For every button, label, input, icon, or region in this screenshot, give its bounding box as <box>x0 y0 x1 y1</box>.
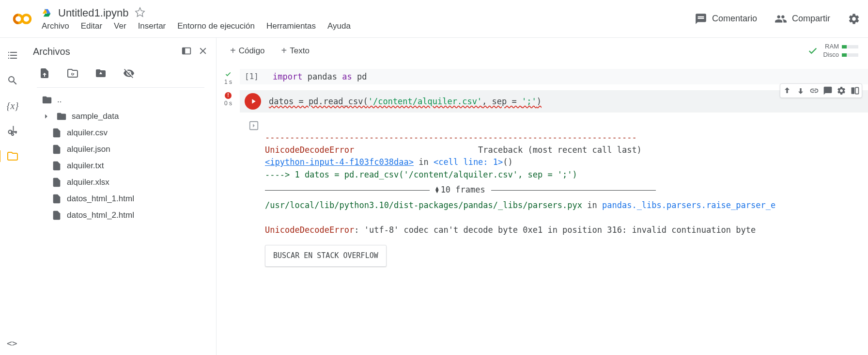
star-icon[interactable] <box>135 7 145 19</box>
menu-ayuda[interactable]: Ayuda <box>327 21 351 31</box>
drive-icon <box>42 8 52 18</box>
menu-editar[interactable]: Editar <box>81 21 102 31</box>
exec-time: 0 s <box>224 100 232 107</box>
run-cell-button[interactable] <box>245 93 261 110</box>
refresh-icon[interactable] <box>67 67 78 81</box>
move-down-icon[interactable] <box>796 86 806 96</box>
menu-archivo[interactable]: Archivo <box>42 21 69 31</box>
tb-error-name: UnicodeDecodeError <box>265 145 354 155</box>
tb-cell-line: <cell line: 1> <box>434 157 503 167</box>
code-cell-1[interactable]: 1 s [1] import pandas as pd <box>217 68 868 89</box>
add-code-button[interactable]: +Código <box>226 43 269 58</box>
tree-file[interactable]: datos_html_2.html <box>41 207 201 224</box>
menu-bar: Archivo Editar Ver Insertar Entorno de e… <box>42 21 695 31</box>
upload-icon[interactable] <box>39 67 50 81</box>
secrets-icon[interactable] <box>7 125 18 137</box>
settings-button[interactable] <box>848 13 860 25</box>
link-icon[interactable] <box>809 86 819 96</box>
header-bar: Untitled1.ipynb Archivo Editar Ver Inser… <box>0 0 868 38</box>
panel-layout-icon[interactable] <box>181 46 192 58</box>
tb-separator: ----------------------------------------… <box>265 132 637 142</box>
ram-label: RAM <box>825 43 839 51</box>
left-rail: {x} <box>0 38 25 355</box>
add-code-label: Código <box>239 46 265 56</box>
tree-up-label: .. <box>57 95 62 105</box>
menu-ver[interactable]: Ver <box>114 21 126 31</box>
tb-traceback-header: Traceback (most recent call last) <box>354 145 642 155</box>
variables-icon[interactable]: {x} <box>7 100 18 112</box>
comment-label: Comentario <box>712 14 757 24</box>
tb-text: in <box>582 200 602 210</box>
exec-time: 1 s <box>224 79 232 85</box>
tree-file-label: datos_html_2.html <box>67 210 134 220</box>
tb-func: pandas._libs.parsers.raise_parser_e <box>602 200 775 210</box>
disk-label: Disco <box>823 51 839 59</box>
tree-up[interactable]: .. <box>41 92 201 108</box>
tree-file-label: datos_html_1.html <box>67 194 134 204</box>
exec-ok-icon <box>225 71 232 78</box>
share-button[interactable]: Compartir <box>775 13 830 25</box>
code-cell-2[interactable]: ! 0 s datos = pd.read_csv('/content/alqu… <box>217 89 868 290</box>
comment-button[interactable]: Comentario <box>695 13 757 25</box>
tree-folder-label: sample_data <box>72 112 119 121</box>
svg-rect-9 <box>855 87 859 94</box>
move-up-icon[interactable] <box>782 86 792 96</box>
resource-indicator[interactable]: RAM Disco <box>823 43 858 59</box>
tree-file-label: alquiler.txt <box>67 161 104 171</box>
tb-arrow-line: ----> 1 datos = pd.read_csv('/content/al… <box>265 170 577 179</box>
close-panel-icon[interactable] <box>198 46 208 58</box>
tb-text: () <box>503 157 512 167</box>
colab-logo-icon <box>13 9 32 29</box>
expand-frames-icon[interactable]: ▲▼ <box>435 187 439 193</box>
search-stackoverflow-button[interactable]: BUSCAR EN STACK OVERFLOW <box>265 245 387 267</box>
tree-folder-sample-data[interactable]: sample_data <box>41 108 201 125</box>
files-panel-title: Archivos <box>33 46 70 57</box>
cell-toolbar <box>780 83 862 98</box>
code-content[interactable]: import pandas as pd <box>273 72 367 81</box>
tree-file-label: alquiler.xlsx <box>67 178 109 187</box>
main-toolbar: +Código +Texto RAM Disco <box>217 38 868 64</box>
tb-final-error: UnicodeDecodeError <box>265 225 354 235</box>
files-panel: Archivos .. sample_data alquiler.csv <box>25 38 217 355</box>
code-snippets-icon[interactable]: <> <box>7 338 17 348</box>
cell-settings-icon[interactable] <box>837 86 846 96</box>
connected-check-icon <box>807 46 818 56</box>
svg-rect-5 <box>16 131 16 134</box>
mount-drive-icon[interactable] <box>95 67 107 81</box>
tree-file[interactable]: alquiler.txt <box>41 158 201 174</box>
cell-prompt: [1] <box>245 72 265 81</box>
menu-insertar[interactable]: Insertar <box>138 21 166 31</box>
frames-count: 10 frames <box>441 184 485 196</box>
files-icon[interactable] <box>0 150 18 162</box>
tree-file[interactable]: alquiler.xlsx <box>41 174 201 191</box>
tb-input-link[interactable]: <ipython-input-4-f103fc038daa> <box>265 157 414 167</box>
add-text-button[interactable]: +Texto <box>278 43 313 58</box>
main-area: +Código +Texto RAM Disco 1 s [1] <box>217 38 868 355</box>
tree-file[interactable]: alquiler.csv <box>41 125 201 141</box>
tb-final-msg: : 'utf-8' codec can't decode byte 0xe1 i… <box>354 225 756 235</box>
menu-herramientas[interactable]: Herramientas <box>266 21 316 31</box>
disk-bar <box>842 53 858 57</box>
output-toggle-icon[interactable] <box>248 120 259 131</box>
frames-separator[interactable]: ▲▼10 frames <box>265 184 775 196</box>
hide-icon[interactable] <box>123 67 135 81</box>
exec-error-icon: ! <box>225 92 232 99</box>
svg-rect-7 <box>183 48 186 54</box>
comment-cell-icon[interactable] <box>823 86 833 96</box>
tree-file-label: alquiler.csv <box>67 128 108 138</box>
tree-file[interactable]: alquiler.json <box>41 141 201 158</box>
code-content[interactable]: datos = pd.read_csv('/content/alquiler.c… <box>269 97 542 106</box>
menu-entorno[interactable]: Entorno de ejecución <box>177 21 255 31</box>
ram-bar <box>842 45 858 48</box>
svg-rect-8 <box>852 87 855 94</box>
tb-text: in <box>414 157 434 167</box>
tree-file[interactable]: datos_html_1.html <box>41 191 201 207</box>
search-icon[interactable] <box>7 75 18 86</box>
tree-file-label: alquiler.json <box>67 145 110 154</box>
share-label: Compartir <box>792 14 830 24</box>
cell-output: ----------------------------------------… <box>240 113 868 286</box>
toc-icon[interactable] <box>7 49 18 61</box>
mirror-icon[interactable] <box>850 86 860 96</box>
notebook-title[interactable]: Untitled1.ipynb <box>58 7 129 19</box>
file-tree: .. sample_data alquiler.csv alquiler.jso… <box>37 87 204 224</box>
